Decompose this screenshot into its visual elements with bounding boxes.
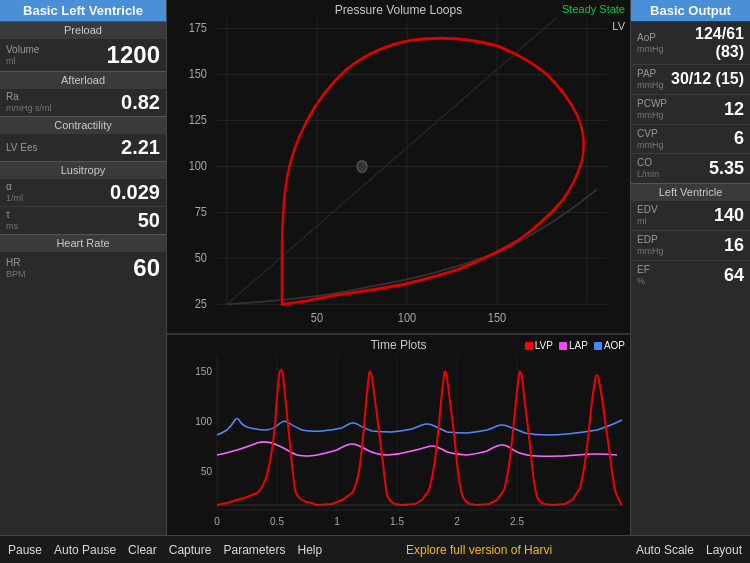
time-svg: 150 100 50 0 0.5 1 1.5 2 2.5 — [167, 335, 630, 535]
toolbar: Pause Auto Pause Clear Capture Parameter… — [0, 535, 750, 563]
svg-text:2: 2 — [454, 516, 460, 527]
edp-row: EDP mmHg 16 — [631, 230, 750, 260]
alpha-label: α 1/ml — [6, 181, 23, 204]
svg-text:25: 25 — [195, 296, 208, 311]
svg-text:50: 50 — [201, 466, 213, 477]
svg-text:150: 150 — [488, 310, 507, 325]
aop-dot — [594, 342, 602, 350]
edv-label: EDV ml — [637, 204, 658, 227]
pv-chart: Pressure Volume Loops Steady State LV 17… — [167, 0, 630, 335]
svg-text:100: 100 — [189, 158, 208, 173]
lvp-label: LVP — [535, 340, 553, 351]
clear-button[interactable]: Clear — [128, 543, 157, 557]
time-chart: Time Plots LVP LAP AOP — [167, 335, 630, 535]
alpha-row: α 1/ml 0.029 — [0, 178, 166, 206]
heartrate-header: Heart Rate — [0, 234, 166, 251]
pcwp-label: PCWP mmHg — [637, 98, 667, 121]
lv-section-header: Left Ventricle — [631, 183, 750, 200]
pap-label: PAP mmHg — [637, 68, 664, 91]
hr-value[interactable]: 60 — [133, 254, 160, 282]
aop-row: AoP mmHg 124/61 (83) — [631, 21, 750, 64]
volume-label: Volume ml — [6, 44, 39, 67]
hr-row: HR BPM 60 — [0, 251, 166, 284]
svg-text:1: 1 — [334, 516, 340, 527]
svg-text:1.5: 1.5 — [390, 516, 404, 527]
tau-label: τ ms — [6, 209, 18, 232]
tau-value[interactable]: 50 — [138, 209, 160, 232]
ef-row: EF % 64 — [631, 260, 750, 290]
svg-text:150: 150 — [195, 366, 212, 377]
co-label: CO L/min — [637, 157, 659, 180]
edp-value[interactable]: 16 — [724, 235, 744, 256]
right-panel-title: Basic Output — [631, 0, 750, 21]
svg-text:2.5: 2.5 — [510, 516, 524, 527]
svg-text:150: 150 — [189, 66, 208, 81]
svg-text:100: 100 — [195, 416, 212, 427]
edp-label: EDP mmHg — [637, 234, 664, 257]
pcwp-value[interactable]: 12 — [724, 99, 744, 120]
svg-text:100: 100 — [398, 310, 417, 325]
preload-header: Preload — [0, 21, 166, 38]
cvp-value[interactable]: 6 — [734, 128, 744, 149]
center-area: Pressure Volume Loops Steady State LV 17… — [167, 0, 630, 535]
contractility-header: Contractility — [0, 116, 166, 133]
ra-label: Ra mmHg·s/ml — [6, 91, 52, 114]
afterload-header: Afterload — [0, 71, 166, 88]
lap-dot — [559, 342, 567, 350]
legend-lap: LAP — [559, 340, 588, 351]
tau-row: τ ms 50 — [0, 206, 166, 234]
steady-state-label: Steady State — [562, 3, 625, 15]
cvp-label: CVP mmHg — [637, 128, 664, 151]
pap-value[interactable]: 30/12 (15) — [671, 70, 744, 88]
volume-row: Volume ml 1200 — [0, 38, 166, 71]
toolbar-left: Pause Auto Pause Clear Capture Parameter… — [8, 543, 322, 557]
lusitropy-header: Lusitropy — [0, 161, 166, 178]
explore-label[interactable]: Explore full version of Harvi — [406, 543, 552, 557]
edv-value[interactable]: 140 — [714, 205, 744, 226]
auto-pause-button[interactable]: Auto Pause — [54, 543, 116, 557]
alpha-value[interactable]: 0.029 — [110, 181, 160, 204]
aop-label: AOP — [604, 340, 625, 351]
legend-aop: AOP — [594, 340, 625, 351]
toolbar-right: Auto Scale Layout — [636, 543, 742, 557]
auto-scale-button[interactable]: Auto Scale — [636, 543, 694, 557]
ef-label: EF % — [637, 264, 650, 287]
ef-value[interactable]: 64 — [724, 265, 744, 286]
aop-label: AoP mmHg — [637, 32, 664, 55]
svg-text:50: 50 — [195, 250, 208, 265]
pv-chart-title: Pressure Volume Loops — [167, 3, 630, 17]
svg-text:0.5: 0.5 — [270, 516, 284, 527]
pcwp-row: PCWP mmHg 12 — [631, 94, 750, 124]
legend-lvp: LVP — [525, 340, 553, 351]
layout-button[interactable]: Layout — [706, 543, 742, 557]
capture-button[interactable]: Capture — [169, 543, 212, 557]
hr-label: HR BPM — [6, 257, 26, 280]
lv-label: LV — [612, 20, 625, 32]
lap-label: LAP — [569, 340, 588, 351]
left-panel: Basic Left Ventricle Preload Volume ml 1… — [0, 0, 167, 535]
co-value[interactable]: 5.35 — [709, 158, 744, 179]
svg-text:175: 175 — [189, 20, 208, 35]
svg-text:0: 0 — [214, 516, 220, 527]
cvp-row: CVP mmHg 6 — [631, 124, 750, 154]
edv-row: EDV ml 140 — [631, 200, 750, 230]
lvees-label: LV Ees — [6, 142, 38, 154]
legend-area: LVP LAP AOP — [525, 340, 625, 351]
pause-button[interactable]: Pause — [8, 543, 42, 557]
volume-value[interactable]: 1200 — [107, 41, 160, 69]
lvp-dot — [525, 342, 533, 350]
lvees-row: LV Ees 2.21 — [0, 133, 166, 161]
lvees-value[interactable]: 2.21 — [121, 136, 160, 159]
parameters-button[interactable]: Parameters — [223, 543, 285, 557]
ra-value[interactable]: 0.82 — [121, 91, 160, 114]
ra-row: Ra mmHg·s/ml 0.82 — [0, 88, 166, 116]
pap-row: PAP mmHg 30/12 (15) — [631, 64, 750, 94]
help-button[interactable]: Help — [298, 543, 323, 557]
pv-svg: 175 150 125 100 75 50 25 50 100 150 — [167, 0, 630, 333]
co-row: CO L/min 5.35 — [631, 153, 750, 183]
left-panel-title: Basic Left Ventricle — [0, 0, 166, 21]
svg-text:125: 125 — [189, 112, 208, 127]
aop-value[interactable]: 124/61 (83) — [664, 25, 745, 61]
svg-text:50: 50 — [311, 310, 324, 325]
svg-line-22 — [227, 17, 557, 304]
